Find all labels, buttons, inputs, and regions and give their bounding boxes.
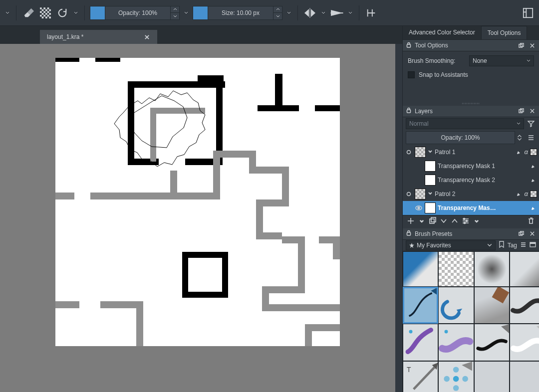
tab-color-selector[interactable]: Advanced Color Selector — [403, 26, 481, 39]
layer-row[interactable]: Transparency Mas… — [403, 201, 539, 215]
size-field[interactable]: Size: 10.00 px — [193, 6, 282, 20]
brush-preset[interactable] — [474, 324, 510, 361]
layer-flag-icon[interactable] — [530, 149, 537, 156]
float-icon[interactable] — [517, 107, 525, 115]
edit-icon[interactable] — [516, 190, 523, 198]
tab-tool-options[interactable]: Tool Options — [481, 26, 528, 39]
list-view-icon[interactable] — [520, 241, 527, 249]
eraser-mode-icon[interactable] — [21, 6, 35, 20]
visibility-icon[interactable] — [415, 204, 423, 212]
add-layer-dropdown[interactable] — [418, 218, 426, 226]
move-down-icon[interactable] — [440, 217, 448, 226]
svg-rect-25 — [213, 151, 249, 158]
brush-preset[interactable] — [474, 251, 510, 287]
brush-preset[interactable] — [438, 251, 474, 287]
alpha-lock-icon[interactable] — [38, 6, 52, 20]
brush-preset[interactable] — [438, 361, 474, 392]
storage-icon[interactable] — [530, 241, 536, 249]
wrap-around-icon[interactable] — [364, 6, 378, 20]
layer-opacity-slider[interactable]: Opacity: 100% — [406, 131, 515, 144]
vertical-scrollbar[interactable] — [395, 44, 402, 392]
expand-icon[interactable] — [428, 191, 433, 197]
add-layer-icon[interactable] — [407, 217, 415, 226]
brush-preset[interactable] — [474, 361, 510, 392]
brush-preset[interactable] — [403, 251, 438, 287]
edit-icon[interactable] — [531, 162, 537, 170]
svg-point-56 — [418, 207, 420, 209]
reload-dropdown[interactable] — [72, 6, 79, 20]
layer-row[interactable]: Patrol 1 α — [403, 145, 539, 159]
layer-row[interactable]: Transparency Mask 2 — [403, 173, 539, 187]
layer-menu-icon[interactable] — [526, 132, 536, 143]
filter-icon[interactable] — [526, 118, 536, 129]
brush-preset[interactable] — [403, 324, 438, 361]
brush-preset[interactable] — [510, 324, 539, 361]
svg-point-79 — [444, 376, 450, 382]
layer-row[interactable]: Patrol 2 α — [403, 187, 539, 201]
duplicate-layer-icon[interactable] — [429, 217, 437, 226]
brush-preset[interactable] — [438, 287, 474, 324]
close-icon[interactable] — [143, 33, 150, 40]
lock-icon[interactable] — [406, 107, 412, 115]
brush-preset[interactable] — [510, 287, 539, 324]
opacity-field[interactable]: Opacity: 100% — [90, 6, 180, 20]
size-spinner[interactable] — [273, 6, 282, 19]
snap-checkbox[interactable] — [408, 71, 415, 78]
float-icon[interactable] — [517, 41, 525, 49]
opacity-spinner[interactable] — [170, 6, 179, 19]
canvas-viewport[interactable] — [0, 44, 395, 392]
layer-properties-icon[interactable] — [462, 217, 470, 226]
edit-icon[interactable] — [531, 176, 537, 184]
visibility-icon[interactable] — [405, 148, 413, 156]
layer-flag-icon[interactable] — [530, 191, 537, 197]
workspace-chooser-icon[interactable] — [521, 6, 535, 20]
size-dropdown[interactable] — [285, 6, 292, 20]
brush-preset[interactable] — [438, 324, 474, 361]
brush-preset[interactable]: T — [403, 361, 438, 392]
edit-icon[interactable] — [516, 148, 523, 156]
layer-props-dropdown[interactable] — [473, 218, 481, 226]
brush-preset[interactable] — [510, 251, 539, 287]
blend-mode-select[interactable]: Normal — [406, 118, 524, 129]
opacity-swatch[interactable] — [90, 6, 105, 19]
visibility-icon[interactable] — [405, 190, 413, 198]
lock-icon[interactable] — [406, 42, 412, 49]
size-swatch[interactable] — [193, 6, 208, 19]
mirror-v-dropdown[interactable] — [347, 6, 354, 20]
close-panel-icon[interactable] — [528, 41, 536, 49]
lock-icon[interactable] — [406, 230, 412, 237]
brush-preset[interactable] — [474, 287, 510, 324]
delete-layer-icon[interactable] — [527, 217, 535, 226]
smoothing-select[interactable]: None — [469, 55, 534, 66]
expand-icon[interactable] — [428, 149, 433, 156]
mirror-horizontal-icon[interactable] — [303, 6, 317, 20]
panel-resize-handle[interactable] — [403, 101, 539, 106]
brush-preset[interactable] — [510, 361, 539, 392]
layer-name: Transparency Mas… — [438, 204, 529, 211]
move-up-icon[interactable] — [451, 217, 459, 226]
layer-row[interactable]: Transparency Mask 1 — [403, 159, 539, 173]
brush-preset[interactable] — [403, 287, 438, 324]
visibility-icon[interactable] — [415, 176, 423, 184]
layers-header: Layers — [403, 106, 539, 117]
document-tab-title: layout_1.kra * — [47, 33, 83, 40]
document-tab[interactable]: layout_1.kra * — [40, 30, 157, 44]
close-panel-icon[interactable] — [528, 230, 536, 238]
reload-icon[interactable] — [55, 6, 69, 20]
mirror-vertical-icon[interactable] — [330, 6, 344, 20]
visibility-icon[interactable] — [415, 162, 423, 170]
blend-mode-value: Normal — [409, 120, 429, 127]
opacity-dropdown[interactable] — [183, 6, 190, 20]
favorites-select[interactable]: My Favorites — [406, 240, 496, 250]
alpha-icon[interactable]: α — [525, 190, 528, 197]
edit-icon[interactable] — [531, 204, 537, 212]
mirror-h-dropdown[interactable] — [320, 6, 327, 20]
canvas[interactable] — [55, 58, 340, 346]
bookmark-icon[interactable] — [499, 241, 505, 249]
layer-thumb — [425, 202, 436, 213]
alpha-icon[interactable]: α — [525, 148, 528, 156]
tool-dropdown[interactable] — [4, 6, 11, 20]
svg-rect-19 — [258, 105, 299, 111]
float-icon[interactable] — [517, 230, 525, 238]
close-panel-icon[interactable] — [528, 107, 536, 115]
